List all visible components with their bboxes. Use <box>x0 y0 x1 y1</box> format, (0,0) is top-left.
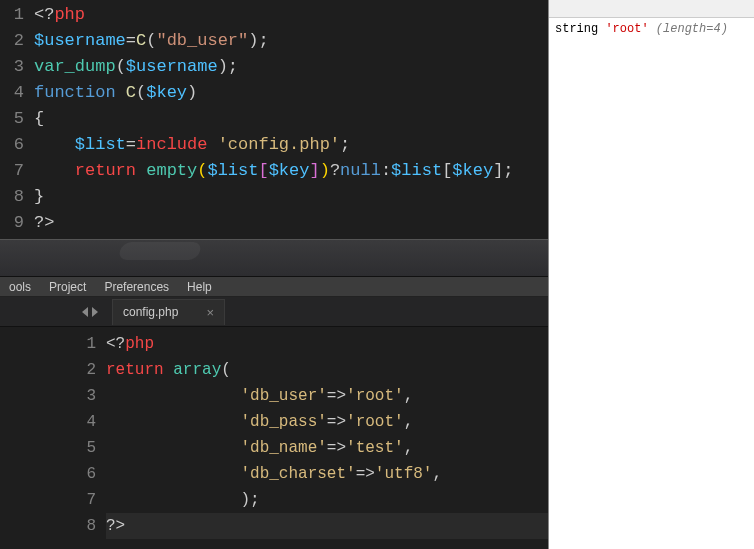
window-divider[interactable] <box>0 239 548 277</box>
menu-item-preferences[interactable]: Preferences <box>95 280 178 294</box>
code-line[interactable]: $list=include 'config.php'; <box>34 132 548 158</box>
tab-arrow-left-icon[interactable] <box>82 307 88 317</box>
line-number: 8 <box>0 184 24 210</box>
code-line[interactable]: } <box>34 184 548 210</box>
menu-item-ools[interactable]: ools <box>0 280 40 294</box>
gutter-top: 123456789 <box>0 2 34 236</box>
line-number: 5 <box>0 106 24 132</box>
code-line[interactable]: return array( <box>106 357 548 383</box>
tab-arrow-group <box>72 307 108 317</box>
line-number: 7 <box>72 487 96 513</box>
line-number: 1 <box>0 2 24 28</box>
tab-arrow-right-icon[interactable] <box>92 307 98 317</box>
code-line[interactable]: 'db_charset'=>'utf8', <box>106 461 548 487</box>
code-line[interactable]: return empty($list[$key])?null:$list[$ke… <box>34 158 548 184</box>
line-number: 3 <box>0 54 24 80</box>
code-line[interactable]: 'db_user'=>'root', <box>106 383 548 409</box>
output-type: string <box>555 22 605 36</box>
output-panel: string 'root' (length=4) <box>548 0 754 549</box>
output-header <box>549 0 754 18</box>
tab-filename: config.php <box>123 305 178 319</box>
menu-bar: oolsProjectPreferencesHelp <box>0 277 548 297</box>
code-line[interactable]: 'db_pass'=>'root', <box>106 409 548 435</box>
code-area-bottom[interactable]: 12345678 <?phpreturn array( 'db_user'=>'… <box>0 327 548 539</box>
code-line[interactable]: $username=C("db_user"); <box>34 28 548 54</box>
line-number: 4 <box>72 409 96 435</box>
menu-item-help[interactable]: Help <box>178 280 221 294</box>
line-number: 7 <box>0 158 24 184</box>
output-content: string 'root' (length=4) <box>549 18 754 40</box>
menu-item-project[interactable]: Project <box>40 280 95 294</box>
line-number: 3 <box>72 383 96 409</box>
close-icon[interactable]: × <box>206 305 214 320</box>
gutter-bottom: 12345678 <box>72 331 106 539</box>
code-area-top[interactable]: 123456789 <?php$username=C("db_user");va… <box>0 0 548 236</box>
code-line[interactable]: ); <box>106 487 548 513</box>
line-number: 8 <box>72 513 96 539</box>
editor-bottom-pane: 12345678 <?phpreturn array( 'db_user'=>'… <box>0 327 548 549</box>
code-line[interactable]: var_dump($username); <box>34 54 548 80</box>
line-number: 5 <box>72 435 96 461</box>
code-line[interactable]: <?php <box>106 331 548 357</box>
code-top[interactable]: <?php$username=C("db_user");var_dump($us… <box>34 2 548 236</box>
output-length: (length=4) <box>656 22 728 36</box>
tab-config[interactable]: config.php × <box>112 299 225 325</box>
line-number: 2 <box>72 357 96 383</box>
code-line[interactable]: ?> <box>34 210 548 236</box>
code-line[interactable]: ?> <box>106 513 548 539</box>
line-number: 6 <box>0 132 24 158</box>
tab-bar: config.php × <box>0 297 548 327</box>
line-number: 1 <box>72 331 96 357</box>
line-number: 4 <box>0 80 24 106</box>
line-number: 9 <box>0 210 24 236</box>
code-line[interactable]: function C($key) <box>34 80 548 106</box>
code-line[interactable]: { <box>34 106 548 132</box>
code-bottom[interactable]: <?phpreturn array( 'db_user'=>'root', 'd… <box>106 331 548 539</box>
code-line[interactable]: <?php <box>34 2 548 28</box>
line-number: 6 <box>72 461 96 487</box>
line-number: 2 <box>0 28 24 54</box>
editor-top-pane: 123456789 <?php$username=C("db_user");va… <box>0 0 548 239</box>
output-value: 'root' <box>605 22 648 36</box>
code-line[interactable]: 'db_name'=>'test', <box>106 435 548 461</box>
